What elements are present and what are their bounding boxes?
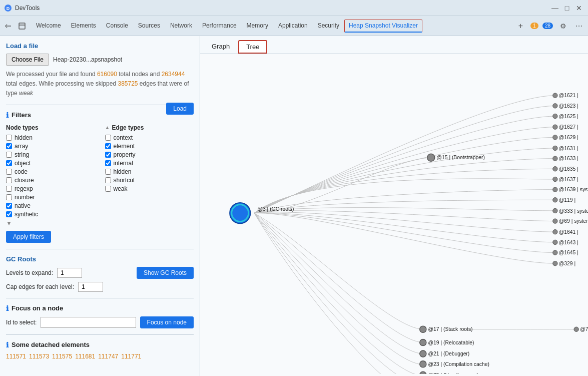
focus-node-button[interactable]: Focus on node [140,316,194,328]
detached-item-4[interactable]: 111747 [98,353,118,360]
detached-info-icon: ℹ [6,341,9,349]
cap-label: Cap edges for each level: [6,283,74,290]
cap-input[interactable]: 1 [78,282,103,292]
svg-point-7 [427,154,435,161]
more-icon[interactable]: ⋯ [573,20,585,32]
apply-filters-button[interactable]: Apply filters [6,231,51,243]
load-button[interactable]: Load [166,103,194,115]
edge-context-checkbox[interactable] [105,135,111,141]
node-types-col: Node types hidden array string object co… [6,124,95,227]
node-count: 616090 [97,71,117,78]
tab-console[interactable]: Console [101,16,133,36]
edge-internal-checkbox[interactable] [105,160,111,166]
close-btn[interactable]: ✕ [574,3,584,13]
edge-hidden-checkbox[interactable] [105,169,111,175]
svg-text:@1629 |: @1629 | [559,135,578,140]
node-native-checkbox[interactable] [6,203,12,209]
svg-point-4 [230,203,250,223]
filters-section: ℹ Filters Node types hidden array string… [6,111,194,243]
svg-point-47 [553,219,557,223]
svg-point-29 [553,125,557,129]
tab-sources[interactable]: Sources [133,16,165,36]
show-gc-roots-button[interactable]: Show GC Roots [137,267,194,279]
focus-id-input[interactable] [41,317,136,328]
svg-text:@1645 |: @1645 | [559,250,578,255]
dock-icon[interactable] [16,20,28,32]
maximize-btn[interactable]: □ [562,3,572,13]
svg-text:@19 | (Relocatable): @19 | (Relocatable) [428,340,474,345]
choose-file-button[interactable]: Choose File [6,54,49,66]
node-synthetic-row: synthetic [6,211,95,218]
edge-hidden-row: hidden [105,168,194,175]
tab-security[interactable]: Security [313,16,344,36]
svg-text:@1643 |: @1643 | [559,240,578,245]
detached-item-2[interactable]: 111575 [52,353,72,360]
node-number-row: number [6,194,95,201]
gc-roots-section: GC Roots Levels to expand: 1 Show GC Roo… [6,255,194,292]
tab-welcome[interactable]: Welcome [31,16,66,36]
node-closure-checkbox[interactable] [6,177,12,183]
edge-type-label: weak [19,90,33,97]
node-object-checkbox[interactable] [6,160,12,166]
graph-svg: @3 | (GC roots) @15 | (Bootstrapper) @17… [200,54,588,374]
node-regexp-row: regexp [6,185,95,192]
tab-memory[interactable]: Memory [242,16,273,36]
detached-item-3[interactable]: 111681 [75,353,95,360]
sort-icon: ▲ [105,125,110,130]
graph-tab-tree[interactable]: Tree [238,40,267,54]
svg-point-51 [553,240,557,244]
scroll-down-icon: ▼ [6,220,95,227]
node-hidden-checkbox[interactable] [6,135,12,141]
svg-point-27 [553,114,557,118]
edge-weak-checkbox[interactable] [105,186,111,192]
focus-section: ℹ Focus on a node Id to select: Focus on… [6,304,194,328]
edge-count: 2634944 [162,71,185,78]
warning-badge: 1 [530,23,538,29]
edge-property-row: property [105,151,194,158]
tab-heap-snapshot[interactable]: Heap Snapshot Visualizer [344,20,422,33]
detached-item-0[interactable]: 111571 [6,353,26,360]
focus-header: ℹ Focus on a node [6,304,194,312]
edge-shortcut-checkbox[interactable] [105,177,111,183]
filters-header: ℹ Filters [6,111,166,119]
add-tab-btn[interactable]: + [514,20,526,32]
filters-title: Filters [12,111,31,119]
edge-context-row: context [105,134,194,141]
node-code-row: code [6,168,95,175]
tab-bar: Welcome Elements Console Sources Network… [0,16,588,36]
tab-network[interactable]: Network [165,16,197,36]
node-native-row: native [6,202,95,209]
graph-tab-graph[interactable]: Graph [204,40,237,54]
levels-input[interactable]: 1 [57,268,82,278]
node-code-checkbox[interactable] [6,169,12,175]
edge-element-checkbox[interactable] [105,143,111,149]
edge-types-label: ▲ Edge types [105,124,194,131]
node-closure-row: closure [6,177,95,184]
edge-shortcut-row: shortcut [105,177,194,184]
tab-application[interactable]: Application [273,16,313,36]
settings-icon[interactable]: ⚙ [557,20,569,32]
filter-columns: Node types hidden array string object co… [6,124,194,227]
main-layout: Load a file Choose File Heap-20230...aps… [0,36,588,376]
detached-item-5[interactable]: 111771 [121,353,141,360]
tab-elements[interactable]: Elements [66,16,101,36]
node-regexp-checkbox[interactable] [6,186,12,192]
edge-property-checkbox[interactable] [105,152,111,158]
node-array-checkbox[interactable] [6,143,12,149]
node-synthetic-checkbox[interactable] [6,211,12,217]
node-hidden-row: hidden [6,134,95,141]
detached-item-1[interactable]: 111573 [29,353,49,360]
node-string-checkbox[interactable] [6,152,12,158]
node-object-row: object [6,160,95,167]
node-number-checkbox[interactable] [6,194,12,200]
sidebar: Load a file Choose File Heap-20230...aps… [0,36,200,376]
back-forward-icon[interactable] [3,20,15,32]
filters-info-icon: ℹ [6,111,9,119]
svg-text:@1631 |: @1631 | [559,146,578,151]
svg-point-37 [553,167,557,171]
minimize-btn[interactable]: — [550,3,560,13]
svg-text:@1641 |: @1641 | [559,229,578,235]
svg-point-23 [553,93,557,98]
tab-performance[interactable]: Performance [197,16,242,36]
tab-bar-right: + 1 28 ⚙ ⋯ [514,20,585,32]
